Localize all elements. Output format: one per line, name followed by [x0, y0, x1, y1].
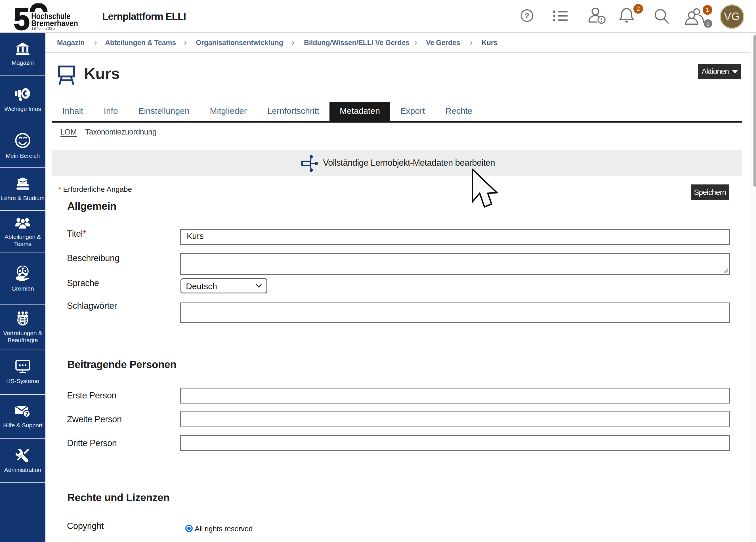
- svg-text:?: ?: [525, 12, 530, 20]
- svg-text:1975 – 2025: 1975 – 2025: [31, 26, 55, 31]
- svg-text:?: ?: [25, 411, 28, 417]
- svg-text:5: 5: [14, 3, 30, 32]
